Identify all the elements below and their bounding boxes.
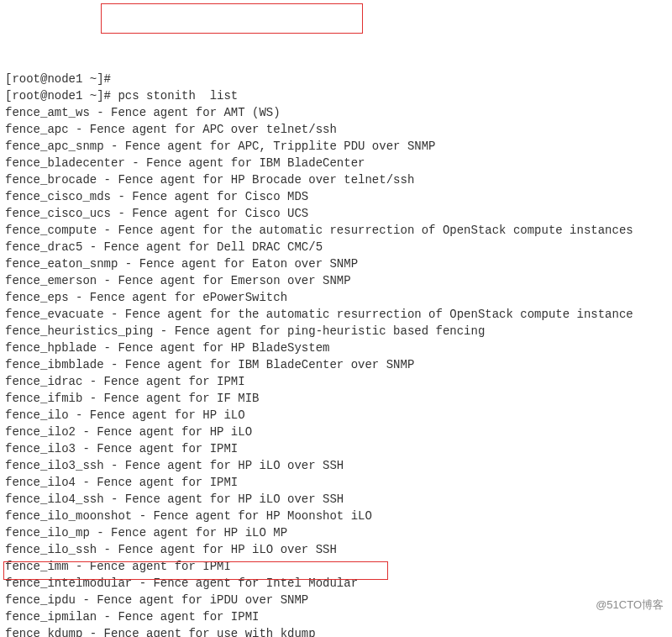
output-line: fence_ilo3_ssh - Fence agent for HP iLO … (5, 457, 667, 474)
output-line: fence_ilo4 - Fence agent for IPMI (5, 474, 667, 491)
output-line: fence_drac5 - Fence agent for Dell DRAC … (5, 239, 667, 255)
prompt-line-empty: [root@node1 ~]# (5, 71, 667, 87)
output-line: fence_emerson - Fence agent for Emerson … (5, 272, 667, 289)
output-line: fence_evacuate - Fence agent for the aut… (5, 306, 667, 323)
output-line: fence_brocade - Fence agent for HP Broca… (5, 171, 667, 188)
output-line: fence_apc - Fence agent for APC over tel… (5, 121, 667, 138)
output-line: fence_amt_ws - Fence agent for AMT (WS) (5, 104, 667, 121)
output-line: fence_compute - Fence agent for the auto… (5, 222, 667, 239)
terminal-output: [root@node1 ~]#[root@node1 ~]# pcs stoni… (5, 71, 667, 637)
output-line: fence_ilo3 - Fence agent for IPMI (5, 440, 667, 457)
output-line: fence_eaton_snmp - Fence agent for Eaton… (5, 255, 667, 272)
output-line: fence_ipmilan - Fence agent for IPMI (5, 608, 667, 625)
output-line: fence_ilo_ssh - Fence agent for HP iLO o… (5, 541, 667, 558)
output-line: fence_ilo_mp - Fence agent for HP iLO MP (5, 524, 667, 541)
output-line: fence_heuristics_ping - Fence agent for … (5, 323, 667, 340)
output-line: fence_ilo_moonshot - Fence agent for HP … (5, 508, 667, 524)
output-line: fence_cisco_ucs - Fence agent for Cisco … (5, 205, 667, 222)
output-line: fence_ilo2 - Fence agent for HP iLO (5, 424, 667, 440)
output-line: fence_ifmib - Fence agent for IF MIB (5, 390, 667, 407)
command-line: [root@node1 ~]# pcs stonith list (5, 87, 667, 104)
output-line: fence_idrac - Fence agent for IPMI (5, 373, 667, 390)
output-line: fence_bladecenter - Fence agent for IBM … (5, 155, 667, 171)
highlight-command (101, 3, 363, 34)
output-line: fence_imm - Fence agent for IPMI (5, 558, 667, 575)
output-line: fence_eps - Fence agent for ePowerSwitch (5, 289, 667, 306)
output-line: fence_intelmodular - Fence agent for Int… (5, 575, 667, 592)
output-line: fence_cisco_mds - Fence agent for Cisco … (5, 188, 667, 205)
output-line: fence_ibmblade - Fence agent for IBM Bla… (5, 356, 667, 373)
watermark: @51CTO博客 (596, 597, 664, 613)
output-line: fence_ilo4_ssh - Fence agent for HP iLO … (5, 491, 667, 508)
output-line: fence_hpblade - Fence agent for HP Blade… (5, 340, 667, 356)
output-line: fence_ilo - Fence agent for HP iLO (5, 407, 667, 424)
output-line: fence_apc_snmp - Fence agent for APC, Tr… (5, 138, 667, 155)
output-line: fence_ipdu - Fence agent for iPDU over S… (5, 592, 667, 608)
output-line: fence_kdump - Fence agent for use with k… (5, 625, 667, 637)
